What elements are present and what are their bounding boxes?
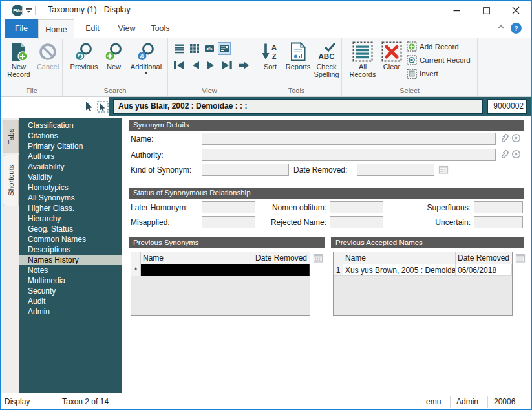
authority-field[interactable] (202, 149, 496, 161)
sidebar-item-validity[interactable]: Validity (19, 172, 122, 182)
tab-file[interactable]: File (5, 19, 38, 38)
previous-accepted-names-table[interactable]: Name Date Removed 1 Xus yus Brown, 2005 … (333, 252, 513, 316)
additional-search-button[interactable]: & Additional (127, 41, 165, 74)
sidebar-item-security[interactable]: Security (19, 286, 122, 296)
nomen-oblitum-field[interactable] (330, 201, 383, 213)
sidebar-item-multimedia[interactable]: Multimedia (19, 275, 122, 286)
sidebar-item-classification[interactable]: Classification (19, 120, 122, 131)
next-record-icon[interactable] (204, 59, 218, 71)
current-record-label: Current Record (420, 56, 471, 64)
previous-record-icon[interactable] (187, 59, 202, 71)
minimize-button[interactable] (442, 1, 471, 19)
column-header-date-removed[interactable]: Date Removed (253, 252, 310, 264)
status-record-position: Taxon 2 of 14 (62, 394, 109, 409)
maximize-button[interactable] (471, 1, 501, 19)
sidebar-item-hierarchy[interactable]: Hierarchy (19, 213, 122, 224)
column-header-name[interactable]: Name (343, 252, 456, 264)
sidebar-item-audit[interactable]: Audit (19, 296, 122, 307)
additional-label: Additional (131, 63, 162, 70)
current-record-button[interactable]: Current Record (407, 54, 471, 65)
first-record-icon[interactable] (171, 59, 186, 71)
svg-text:</>: </> (206, 47, 213, 51)
name-field[interactable] (202, 133, 496, 145)
sidebar-item-homotypics[interactable]: Homotypics (19, 182, 122, 193)
rejected-name-field[interactable] (330, 216, 383, 228)
sidebar-item-citations[interactable]: Citations (19, 131, 122, 141)
tab-edit[interactable]: Edit (74, 19, 111, 38)
table-cell-name[interactable] (141, 264, 253, 276)
last-record-icon[interactable] (220, 59, 235, 71)
eye-icon[interactable] (511, 133, 521, 143)
svg-text:ABC: ABC (319, 52, 335, 60)
table-cell-date-removed[interactable]: 06/06/2018 (456, 264, 512, 276)
quick-access-menu-icon[interactable] (25, 7, 32, 14)
calendar-icon[interactable] (313, 253, 323, 263)
all-records-label: All Records (348, 63, 378, 78)
collapse-ribbon-icon[interactable] (497, 25, 505, 30)
cancel-button[interactable]: Cancel (35, 41, 61, 70)
sidebar-item-all-synonyms[interactable]: All Synonyms (19, 193, 122, 203)
sidebar-item-geog-status[interactable]: Geog. Status (19, 224, 122, 234)
table-cell-name[interactable]: Xus yus Brown, 2005 : Demoida... (343, 264, 456, 276)
sidebar-item-descriptions[interactable]: Descriptions (19, 244, 122, 255)
column-header-date-removed[interactable]: Date Removed (456, 252, 512, 264)
pointer-cursor-icon[interactable] (85, 102, 94, 112)
code-view-icon[interactable]: </> (203, 42, 216, 55)
tab-view[interactable]: View (111, 19, 143, 38)
reports-button[interactable]: Reports (282, 41, 314, 70)
side-strip-tab-shortcuts[interactable]: Shortcuts (3, 155, 19, 206)
date-removed-field[interactable] (357, 164, 434, 176)
previous-synonyms-table[interactable]: Name Date Removed * (131, 252, 310, 316)
invert-selection-button[interactable]: Invert (407, 68, 471, 79)
tab-tools[interactable]: Tools (143, 19, 178, 38)
sidebar-item-authors[interactable]: Authors (19, 151, 122, 162)
ribbon-tab-row: File Home Edit View Tools ? (1, 19, 531, 38)
cursor-tools (85, 99, 110, 114)
all-records-button[interactable]: All Records (348, 41, 378, 78)
search-previous-icon (74, 41, 94, 63)
column-header-name[interactable]: Name (141, 252, 253, 264)
titlebar-divider (35, 6, 36, 15)
sidebar-item-higher-class[interactable]: Higher Class. (19, 203, 122, 213)
sidebar-item-names-history[interactable]: Names History (19, 255, 122, 265)
check-spelling-button[interactable]: ABC Check Spelling (312, 41, 341, 78)
tab-home[interactable]: Home (38, 19, 74, 39)
svg-text:Z: Z (272, 52, 277, 60)
calendar-icon[interactable] (438, 164, 449, 175)
sidebar-item-primary-citation[interactable]: Primary Citation (19, 141, 122, 151)
superfluous-field[interactable] (474, 201, 523, 213)
attachment-icon[interactable] (499, 149, 510, 160)
calendar-icon[interactable] (515, 253, 526, 263)
goto-record-icon[interactable] (236, 59, 251, 71)
misapplied-field[interactable] (202, 216, 255, 228)
attachment-icon[interactable] (499, 133, 510, 144)
new-search-button[interactable]: New (102, 41, 125, 70)
date-removed-label: Date Removed: (293, 164, 355, 177)
table-cell-date-removed[interactable] (253, 264, 310, 276)
list-view-icon[interactable] (173, 42, 186, 55)
ribbon-group-search: Previous New (63, 38, 168, 96)
sort-button[interactable]: A Z Sort (257, 41, 283, 70)
sidebar-item-availability[interactable]: Availability (19, 162, 122, 172)
eye-icon[interactable] (511, 149, 521, 159)
close-button[interactable] (501, 1, 531, 19)
sidebar-item-common-names[interactable]: Common Names (19, 234, 122, 244)
add-record-button[interactable]: Add Record (407, 41, 471, 52)
kind-of-synonym-field[interactable] (202, 164, 289, 176)
uncertain-field[interactable] (474, 216, 523, 228)
record-header-bar: Aus yus Blair, 2002 : Demoidae : : : 900… (109, 97, 531, 116)
row-number-header (131, 252, 141, 264)
later-homonym-field[interactable] (202, 201, 255, 213)
help-icon[interactable]: ? (511, 23, 522, 34)
new-record-button[interactable]: New Record (4, 41, 34, 78)
select-mode-cursor-icon[interactable] (97, 101, 109, 113)
row-number: 1 (334, 264, 343, 276)
group-label-tools: Tools (251, 87, 341, 94)
sidebar-item-notes[interactable]: Notes (19, 265, 122, 275)
side-strip-tab-tabs[interactable]: Tabs (3, 120, 19, 153)
sidebar-item-admin[interactable]: Admin (19, 307, 122, 317)
grid-view-icon[interactable] (188, 42, 201, 55)
previous-search-button[interactable]: Previous (67, 41, 101, 70)
form-view-icon[interactable] (218, 42, 231, 55)
clear-button[interactable]: Clear (379, 41, 404, 70)
